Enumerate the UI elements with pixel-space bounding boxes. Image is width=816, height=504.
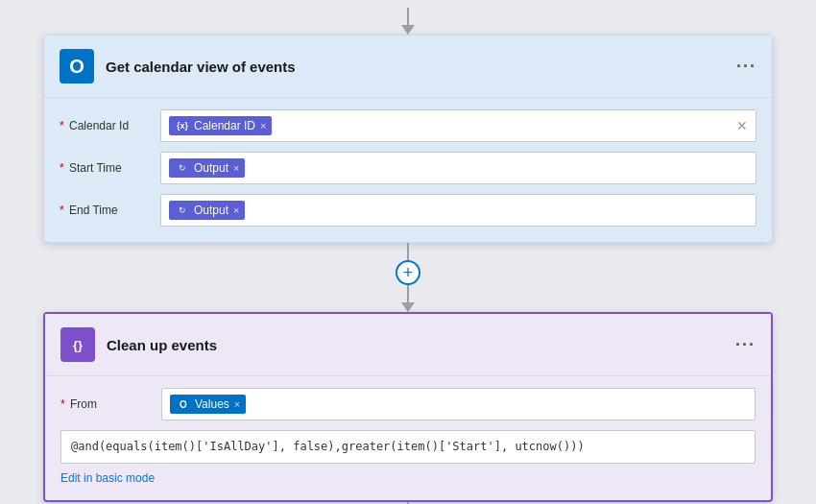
end-time-token-close[interactable]: ×	[233, 204, 239, 216]
calendar-id-token-close[interactable]: ×	[260, 120, 266, 132]
start-arrow-icon: ↻	[175, 160, 190, 176]
from-row: * From O Values ×	[60, 388, 756, 420]
from-required: *	[60, 397, 65, 411]
edit-basic-mode-link[interactable]: Edit in basic mode	[60, 471, 155, 485]
arrow-down	[401, 25, 415, 35]
get-calendar-body: * Calendar Id {x} Calendar ID × ✕ * Star…	[44, 98, 772, 242]
calendar-id-required: *	[60, 119, 64, 132]
clean-up-title: Clean up events	[107, 337, 735, 353]
get-calendar-card: O Get calendar view of events ··· * Cale…	[43, 35, 773, 243]
arrow-down-mid	[401, 302, 415, 312]
flow-container: O Get calendar view of events ··· * Cale…	[0, 0, 816, 504]
end-time-token: ↻ Output ×	[169, 201, 245, 220]
outlook-icon: O	[60, 49, 94, 84]
card-header-purple: {} Clean up events ···	[45, 314, 771, 376]
calendar-id-clear[interactable]: ✕	[736, 118, 748, 133]
curly-braces-icon: {}	[73, 338, 83, 352]
connector-line	[407, 8, 409, 25]
get-calendar-title: Get calendar view of events	[106, 59, 736, 75]
end-time-label: * End Time	[60, 204, 160, 217]
clean-up-menu[interactable]: ···	[735, 335, 756, 355]
clean-up-events-card: {} Clean up events ··· * From O Values ×	[43, 312, 773, 502]
formula-box[interactable]: @and(equals(item()['IsAllDay'], false),g…	[60, 430, 756, 464]
calendar-id-input[interactable]: {x} Calendar ID × ✕	[160, 109, 756, 142]
calendar-id-token: {x} Calendar ID ×	[169, 116, 272, 135]
end-time-required: *	[60, 204, 64, 217]
connector-line-mid2	[407, 285, 409, 302]
get-calendar-menu[interactable]: ···	[736, 57, 756, 77]
clean-up-body: * From O Values × @and(equals(item()['Is…	[45, 376, 771, 500]
values-token: O Values ×	[170, 395, 246, 414]
calendar-id-label: * Calendar Id	[60, 119, 160, 132]
add-step-button[interactable]: +	[396, 260, 420, 285]
start-time-required: *	[60, 161, 64, 175]
values-token-close[interactable]: ×	[234, 398, 240, 410]
outlook-letter: O	[69, 56, 84, 78]
start-time-token: ↻ Output ×	[169, 158, 245, 178]
from-label: * From	[60, 397, 161, 411]
middle-connector: +	[396, 243, 420, 312]
connector-line-mid1	[407, 243, 409, 260]
start-time-token-close[interactable]: ×	[233, 162, 239, 174]
purple-icon: {}	[60, 327, 95, 362]
end-time-row: * End Time ↻ Output ×	[60, 194, 756, 227]
top-connector	[401, 8, 415, 35]
token-outlook-icon: O	[176, 396, 191, 412]
end-time-input[interactable]: ↻ Output ×	[160, 194, 756, 227]
start-time-label: * Start Time	[60, 161, 160, 175]
from-input[interactable]: O Values ×	[161, 388, 756, 420]
start-time-input[interactable]: ↻ Output ×	[160, 152, 756, 184]
start-time-row: * Start Time ↻ Output ×	[60, 152, 756, 184]
card-header-outlook: O Get calendar view of events ···	[44, 36, 772, 98]
calendar-id-row: * Calendar Id {x} Calendar ID × ✕	[60, 109, 756, 142]
end-arrow-icon: ↻	[175, 203, 190, 218]
curly-brace-icon: {x}	[175, 118, 190, 133]
